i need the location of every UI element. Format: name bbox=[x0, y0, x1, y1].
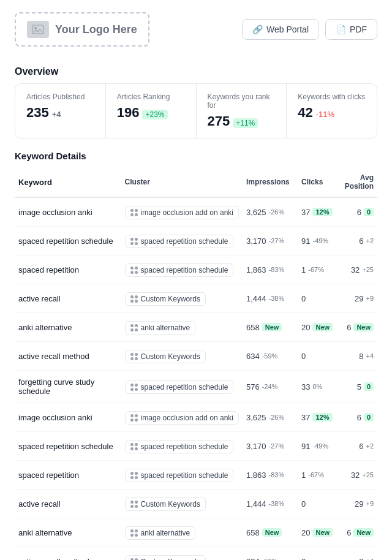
cluster-icon bbox=[130, 529, 138, 537]
clicks-value: 1-67% bbox=[301, 265, 337, 274]
impressions-number: 3,170 bbox=[246, 442, 266, 451]
clicks-value: 0 bbox=[301, 352, 337, 361]
impressions-number: 3,625 bbox=[246, 413, 266, 422]
position-delta: +25 bbox=[362, 266, 374, 273]
keywords-clicks-value: 42 -11% bbox=[298, 105, 366, 121]
web-portal-button[interactable]: 🔗 Web Portal bbox=[242, 19, 319, 40]
cluster-label: spaced repetition schedule bbox=[141, 266, 228, 274]
cluster-label: image occlusion add on anki bbox=[141, 414, 233, 422]
position-number: 6 bbox=[359, 442, 363, 451]
position-number: 32 bbox=[351, 471, 360, 480]
impressions-delta: -59% bbox=[262, 558, 278, 560]
keywords-rank-label: Keywords you rank for bbox=[208, 93, 276, 110]
keyword-cell: active recall method bbox=[15, 547, 121, 561]
keyword-cell: spaced repetition schedule bbox=[15, 227, 121, 255]
position-cell: 8+4 bbox=[341, 342, 377, 371]
position-number: 5 bbox=[357, 382, 361, 392]
position-number: 32 bbox=[351, 265, 360, 274]
clicks-delta: -49% bbox=[312, 237, 328, 244]
position-delta: +2 bbox=[366, 442, 374, 450]
clicks-new-badge: New bbox=[312, 528, 333, 537]
logo-box: Your Logo Here bbox=[15, 12, 149, 47]
impressions-number: 658 bbox=[246, 528, 260, 537]
position-number: 6 bbox=[357, 208, 361, 217]
clicks-cell: 1-67% bbox=[298, 461, 341, 490]
impressions-delta: -24% bbox=[262, 383, 278, 390]
cluster-icon bbox=[130, 501, 138, 508]
clicks-badge: 12% bbox=[312, 413, 332, 422]
table-row: spaced repetition schedule spaced repeti… bbox=[15, 432, 377, 461]
impressions-cell: 658New bbox=[243, 518, 298, 547]
impressions-cell: 1,444-38% bbox=[243, 490, 298, 518]
col-cluster: Cluster bbox=[121, 167, 243, 197]
clicks-number: 0 bbox=[301, 352, 306, 361]
position-badge: 0 bbox=[364, 382, 374, 391]
clicks-cell: 20New bbox=[298, 313, 341, 342]
impressions-cell: 3,625-26% bbox=[243, 403, 298, 432]
clicks-cell: 0 bbox=[298, 547, 341, 561]
clicks-value: 91-49% bbox=[301, 442, 337, 451]
clicks-delta: -67% bbox=[308, 471, 324, 479]
overview-keywords-rank: Keywords you rank for 275 +11% bbox=[197, 84, 287, 138]
clicks-value: 0 bbox=[301, 499, 337, 509]
cluster-cell: spaced repetition schedule bbox=[121, 461, 243, 490]
table-row: spaced repetition spaced repetition sche… bbox=[15, 461, 377, 490]
cluster-icon bbox=[130, 238, 138, 245]
cluster-badge: spaced repetition schedule bbox=[125, 469, 234, 482]
clicks-cell: 0 bbox=[298, 284, 341, 313]
impressions-new-badge: New bbox=[262, 323, 282, 331]
cluster-badge: anki alternative bbox=[125, 526, 196, 540]
table-row: anki alternative anki alternative 658New… bbox=[15, 313, 377, 342]
clicks-cell: 330% bbox=[298, 371, 341, 403]
keyword-cell: anki alternative bbox=[15, 313, 121, 342]
clicks-number: 20 bbox=[301, 323, 310, 332]
position-value: 8+4 bbox=[344, 557, 374, 561]
cluster-badge: Custom Keywords bbox=[125, 498, 206, 511]
position-cell: 32+25 bbox=[341, 461, 377, 490]
impressions-value: 1,863-83% bbox=[246, 265, 294, 274]
clicks-delta: 0% bbox=[312, 383, 322, 390]
impressions-cell: 1,863-83% bbox=[243, 255, 298, 284]
cluster-icon bbox=[130, 472, 138, 479]
clicks-number: 91 bbox=[301, 236, 310, 246]
impressions-value: 658New bbox=[246, 528, 294, 537]
table-row: active recall Custom Keywords 1,444-38% … bbox=[15, 490, 377, 518]
cluster-icon bbox=[130, 414, 138, 422]
impressions-number: 1,444 bbox=[246, 499, 266, 509]
position-number: 6 bbox=[359, 236, 363, 246]
clicks-cell: 91-49% bbox=[298, 432, 341, 461]
impressions-new-badge: New bbox=[262, 528, 282, 537]
impressions-delta: -38% bbox=[269, 295, 285, 302]
overview-keywords-clicks: Keywords with clicks 42 -11% bbox=[287, 84, 377, 138]
cluster-label: Custom Keywords bbox=[141, 500, 200, 509]
table-row: anki alternative anki alternative 658New… bbox=[15, 518, 377, 547]
impressions-number: 3,625 bbox=[246, 208, 266, 217]
pdf-button[interactable]: 📄 PDF bbox=[325, 19, 377, 40]
keyword-cell: anki alternative bbox=[15, 518, 121, 547]
keyword-details-title: Keyword Details bbox=[15, 151, 377, 167]
impressions-value: 1,444-38% bbox=[246, 499, 294, 509]
position-number: 29 bbox=[355, 294, 363, 303]
clicks-delta: -49% bbox=[312, 442, 328, 450]
position-value: 29+9 bbox=[344, 499, 374, 509]
table-header-row: Keyword Cluster Impressions Clicks AvgPo… bbox=[15, 167, 377, 197]
cluster-icon bbox=[130, 267, 138, 274]
cluster-icon bbox=[130, 324, 138, 331]
table-row: image occlusion anki image occlusion add… bbox=[15, 403, 377, 432]
position-number: 6 bbox=[347, 528, 351, 537]
col-keyword: Keyword bbox=[15, 167, 121, 197]
cluster-icon bbox=[130, 209, 138, 216]
clicks-value: 1-67% bbox=[301, 471, 337, 480]
cluster-cell: Custom Keywords bbox=[121, 490, 243, 518]
cluster-badge: spaced repetition schedule bbox=[125, 263, 234, 277]
position-cell: 8+4 bbox=[341, 547, 377, 561]
file-icon: 📄 bbox=[336, 25, 346, 34]
cluster-icon bbox=[130, 443, 138, 450]
cluster-icon bbox=[130, 384, 138, 391]
cluster-badge: Custom Keywords bbox=[125, 292, 206, 306]
position-cell: 60 bbox=[341, 197, 377, 227]
overview-title: Overview bbox=[0, 59, 392, 83]
col-position: AvgPosition bbox=[341, 167, 377, 197]
impressions-value: 3,625-26% bbox=[246, 208, 294, 217]
cluster-badge: spaced repetition schedule bbox=[125, 380, 234, 394]
